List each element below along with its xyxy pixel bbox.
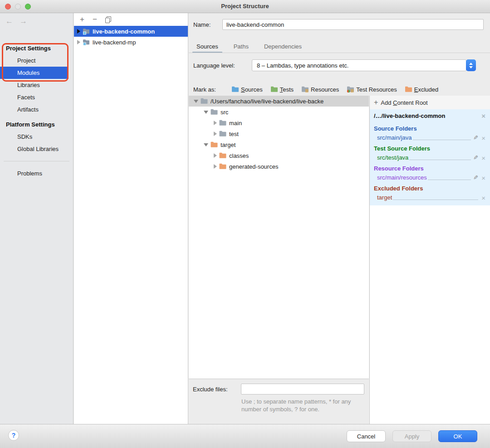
back-arrow-icon[interactable]: ← (5, 17, 13, 29)
folder-icon (201, 98, 208, 104)
edit-pencil-icon[interactable]: ✎ (473, 134, 478, 141)
collapse-arrow-icon[interactable] (194, 100, 198, 103)
module-folder-icon (83, 39, 90, 46)
folder-path[interactable]: target (377, 194, 392, 201)
sidebar-item-facets[interactable]: Facets (0, 91, 73, 103)
copy-module-icon[interactable] (105, 16, 111, 23)
remove-folder-icon[interactable]: × (480, 156, 486, 161)
exclude-files-hint: Use ; to separate name patterns, * for a… (241, 398, 367, 414)
close-window-icon[interactable] (5, 4, 11, 10)
sidebar-header-platform-settings: Platform Settings (0, 118, 73, 131)
add-module-icon[interactable]: + (80, 16, 84, 23)
tree-row-target[interactable]: target (189, 139, 369, 150)
mark-as-sources[interactable]: Sources (231, 86, 263, 93)
tab-paths[interactable]: Paths (234, 43, 249, 50)
module-row-live-backend-common[interactable]: live-backend-common (74, 26, 188, 37)
sidebar-item-global-libraries[interactable]: Global Libraries (0, 143, 73, 155)
forward-arrow-icon[interactable]: → (20, 17, 27, 29)
add-content-root-button[interactable]: + Add Content Root (370, 96, 490, 109)
cancel-button[interactable]: Cancel (347, 430, 386, 442)
tree-row-main[interactable]: main (189, 117, 369, 128)
expand-arrow-icon[interactable] (214, 121, 217, 125)
mark-as-tests[interactable]: Tests (270, 86, 294, 93)
expand-arrow-icon[interactable] (214, 153, 217, 158)
language-level-label: Language level: (193, 62, 252, 69)
zoom-window-icon[interactable] (25, 4, 31, 10)
tree-row-generated-sources[interactable]: generated-sources (189, 161, 369, 172)
settings-sidebar: ← → Project Settings Project Modules Lib… (0, 13, 74, 424)
ok-button[interactable]: OK (438, 430, 477, 442)
folder-entry: target × (370, 192, 490, 201)
group-title: Excluded Folders (370, 185, 490, 192)
sidebar-item-modules[interactable]: Modules (0, 67, 69, 79)
tree-row-label: main (229, 120, 242, 127)
plus-icon: + (374, 98, 378, 107)
tree-row-src[interactable]: src (189, 107, 369, 117)
tab-sources[interactable]: Sources (196, 43, 218, 50)
mark-as-resources[interactable]: Resources (301, 86, 339, 93)
edit-pencil-icon[interactable]: ✎ (473, 154, 478, 161)
remove-folder-icon[interactable]: × (480, 195, 486, 201)
entry-underline (409, 154, 471, 160)
content-root-card: /…/live-backend-common × Source Folders … (370, 109, 490, 205)
remove-folder-icon[interactable]: × (480, 136, 486, 141)
module-name: live-backend-common (93, 28, 155, 35)
module-folder-icon (83, 28, 90, 35)
expand-arrow-icon[interactable] (214, 131, 217, 136)
entry-underline (428, 174, 471, 180)
excluded-folder-icon (211, 141, 218, 148)
window-title: Project Structure (0, 0, 490, 12)
tree-row-label: generated-sources (229, 163, 278, 170)
collapse-arrow-icon[interactable] (204, 143, 208, 146)
module-name-input[interactable] (222, 19, 484, 30)
edit-pencil-icon[interactable]: ✎ (473, 174, 478, 181)
module-row-live-backend-mp[interactable]: live-backend-mp (74, 37, 188, 48)
module-name-row: Name: (193, 19, 484, 30)
folder-entry: src/main/resources ✎ × (370, 172, 490, 181)
apply-button[interactable]: Apply (392, 430, 431, 442)
mark-as-label: Mark as: (193, 86, 231, 93)
tree-row-content-root[interactable]: /Users/fanchao/live/live-backend/live-ba… (189, 96, 369, 107)
folder-path[interactable]: src/test/java (377, 154, 408, 161)
exclude-files-input[interactable] (241, 384, 364, 394)
select-stepper-icon[interactable] (466, 59, 476, 71)
group-title: Resource Folders (370, 165, 490, 172)
folder-entry: src/test/java ✎ × (370, 152, 490, 161)
tree-row-classes[interactable]: classes (189, 150, 369, 161)
tree-row-test[interactable]: test (189, 128, 369, 139)
folder-entry: src/main/java ✎ × (370, 132, 490, 141)
sidebar-header-project-settings: Project Settings (0, 42, 73, 54)
tabs-divider (189, 53, 490, 53)
sidebar-item-artifacts[interactable]: Artifacts (0, 103, 73, 116)
traffic-lights (5, 4, 31, 10)
group-title: Test Source Folders (370, 145, 490, 152)
exclude-files-label: Exclude files: (193, 386, 241, 393)
sidebar-item-project[interactable]: Project (0, 54, 73, 67)
folder-path[interactable]: src/main/resources (377, 174, 427, 181)
excluded-folder-icon (219, 163, 226, 170)
folder-icon (211, 109, 218, 115)
folder-icon (219, 131, 226, 137)
remove-folder-icon[interactable]: × (480, 175, 486, 181)
expand-arrow-icon[interactable] (214, 164, 217, 169)
mark-as-excluded[interactable]: Excluded (405, 86, 438, 93)
tab-dependencies[interactable]: Dependencies (264, 43, 302, 50)
module-name: live-backend-mp (93, 39, 136, 46)
mark-as-test-resources[interactable]: Test Resources (347, 86, 397, 93)
expand-arrow-icon[interactable] (77, 29, 80, 34)
tree-row-label: classes (229, 152, 249, 159)
help-button[interactable]: ? (8, 430, 19, 441)
minimize-window-icon[interactable] (15, 4, 21, 10)
expand-arrow-icon[interactable] (77, 40, 80, 44)
sidebar-item-libraries[interactable]: Libraries (0, 79, 73, 91)
sidebar-item-sdks[interactable]: SDKs (0, 131, 73, 143)
sidebar-item-problems[interactable]: Problems (0, 167, 73, 180)
remove-content-root-icon[interactable]: × (480, 113, 486, 119)
folder-path[interactable]: src/main/java (377, 134, 412, 141)
remove-module-icon[interactable]: − (93, 16, 97, 23)
exclude-files-section: Exclude files: Use ; to separate name pa… (189, 379, 369, 424)
group-title: Source Folders (370, 125, 490, 132)
language-level-select[interactable]: 8 – Lambdas, type annotations etc. (252, 59, 466, 71)
collapse-arrow-icon[interactable] (204, 111, 208, 114)
language-level-value: 8 – Lambdas, type annotations etc. (257, 62, 348, 69)
